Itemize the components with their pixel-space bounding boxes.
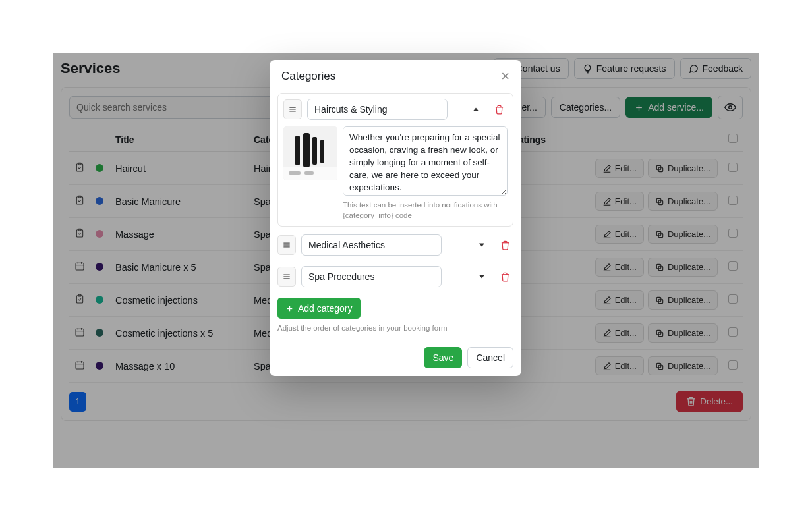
order-hint: Adjust the order of categories in your b… — [277, 324, 513, 332]
chevron-down-icon[interactable] — [479, 244, 484, 247]
svg-rect-43 — [295, 136, 300, 165]
modal-title: Categories — [281, 70, 335, 83]
drag-handle[interactable] — [283, 99, 302, 119]
drag-icon — [282, 272, 291, 281]
trash-icon — [500, 272, 510, 282]
drag-handle[interactable] — [277, 235, 296, 255]
category-description-input[interactable] — [343, 126, 508, 196]
modal-footer: Save Cancel — [270, 339, 521, 376]
category-help-text: This text can be inserted into notificat… — [343, 200, 508, 221]
category-item-1 — [277, 232, 513, 258]
drag-icon — [288, 105, 297, 114]
chevron-down-icon[interactable] — [479, 275, 484, 279]
category-item-2 — [277, 263, 513, 290]
close-icon[interactable]: × — [501, 69, 509, 84]
plus-icon — [285, 304, 294, 313]
thumb-image — [283, 126, 337, 180]
trash-icon — [494, 105, 504, 115]
svg-rect-44 — [303, 133, 310, 167]
delete-category-button[interactable] — [496, 268, 513, 285]
save-button[interactable]: Save — [424, 347, 462, 368]
delete-category-button[interactable] — [490, 101, 508, 118]
svg-rect-48 — [289, 171, 301, 175]
drag-handle[interactable] — [277, 267, 296, 287]
svg-rect-49 — [304, 171, 314, 175]
svg-rect-46 — [320, 140, 324, 163]
svg-rect-45 — [312, 137, 317, 165]
chevron-up-icon[interactable] — [473, 108, 478, 111]
category-name-input[interactable] — [307, 99, 448, 120]
trash-icon — [500, 240, 510, 250]
modal-header: Categories × — [270, 60, 521, 90]
delete-category-button[interactable] — [496, 236, 513, 254]
modal-body: This text can be inserted into notificat… — [270, 90, 521, 339]
category-name-input[interactable] — [301, 234, 442, 256]
add-category-button[interactable]: Add category — [277, 298, 361, 319]
category-item-0: This text can be inserted into notificat… — [277, 93, 513, 227]
category-name-input[interactable] — [301, 266, 442, 287]
cancel-button[interactable]: Cancel — [467, 347, 513, 368]
drag-icon — [282, 240, 291, 250]
categories-modal: Categories × — [270, 60, 521, 376]
category-image[interactable] — [283, 126, 337, 180]
